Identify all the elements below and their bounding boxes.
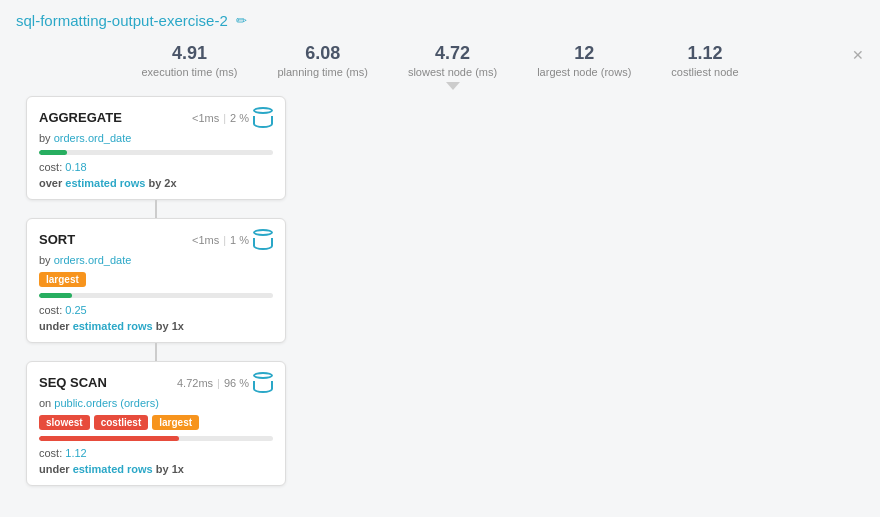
- stat-costliest-node: 1.12 costliest node: [671, 43, 738, 78]
- progress-fill-sort: [39, 293, 72, 298]
- badge-largest-sort: largest: [39, 272, 86, 287]
- db-body: [253, 116, 273, 128]
- db-disk-top-3: [253, 372, 273, 379]
- page-title: sql-formatting-output-exercise-2: [16, 12, 228, 29]
- arrow-indicator: [446, 82, 460, 90]
- node-card-seq-scan: SEQ SCAN 4.72ms | 96 % on public.orders …: [26, 361, 286, 486]
- stat-planning-time: 6.08 planning time (ms): [277, 43, 367, 78]
- stat-execution-time-value: 4.91: [141, 43, 237, 64]
- node-name-sort: SORT: [39, 232, 75, 247]
- progress-fill-seq-scan: [39, 436, 179, 441]
- stat-largest-node-label: largest node (rows): [537, 66, 631, 78]
- stat-costliest-node-label: costliest node: [671, 66, 738, 78]
- stat-planning-time-value: 6.08: [277, 43, 367, 64]
- db-icon-aggregate: [253, 107, 273, 128]
- node-header-sort: SORT <1ms | 1 %: [39, 229, 273, 250]
- nodes-tree: AGGREGATE <1ms | 2 % by orders.ord_date: [16, 96, 296, 486]
- connector-2: [155, 343, 157, 361]
- node-cost-seq-scan: cost: 1.12: [39, 447, 273, 459]
- stat-slowest-node: 4.72 slowest node (ms): [408, 43, 497, 78]
- node-percent-seq-scan: 96 %: [224, 377, 249, 389]
- stat-execution-time: 4.91 execution time (ms): [141, 43, 237, 78]
- progress-bar-aggregate: [39, 150, 273, 155]
- node-percent-aggregate: 2 %: [230, 112, 249, 124]
- node-card-sort: SORT <1ms | 1 % by orders.ord_date: [26, 218, 286, 343]
- node-name-aggregate: AGGREGATE: [39, 110, 122, 125]
- separator-2: |: [223, 234, 226, 246]
- node-time-sort: <1ms: [192, 234, 219, 246]
- stat-costliest-node-value: 1.12: [671, 43, 738, 64]
- db-disk-top: [253, 107, 273, 114]
- main-content: AGGREGATE <1ms | 2 % by orders.ord_date: [16, 96, 864, 486]
- node-by-aggregate: by orders.ord_date: [39, 132, 273, 144]
- node-by-seq-scan: on public.orders (orders): [39, 397, 273, 409]
- connector-1: [155, 200, 157, 218]
- node-card-aggregate: AGGREGATE <1ms | 2 % by orders.ord_date: [26, 96, 286, 200]
- badge-largest-seq: largest: [152, 415, 199, 430]
- estimate-seq-scan: under estimated rows by 1x: [39, 463, 273, 475]
- node-meta-seq-scan: 4.72ms | 96 %: [177, 372, 273, 393]
- node-by-value-seq-scan: public.orders (orders): [54, 397, 159, 409]
- progress-bar-sort: [39, 293, 273, 298]
- db-body-2: [253, 238, 273, 250]
- node-header-aggregate: AGGREGATE <1ms | 2 %: [39, 107, 273, 128]
- db-body-3: [253, 381, 273, 393]
- cost-value-seq-scan: 1.12: [65, 447, 86, 459]
- node-percent-sort: 1 %: [230, 234, 249, 246]
- node-meta-aggregate: <1ms | 2 %: [192, 107, 273, 128]
- node-cost-aggregate: cost: 0.18: [39, 161, 273, 173]
- estimate-sort: under estimated rows by 1x: [39, 320, 273, 332]
- badge-slowest: slowest: [39, 415, 90, 430]
- stats-bar: 4.91 execution time (ms) 6.08 planning t…: [16, 43, 864, 78]
- node-meta-sort: <1ms | 1 %: [192, 229, 273, 250]
- db-icon-seq-scan: [253, 372, 273, 393]
- node-time-aggregate: <1ms: [192, 112, 219, 124]
- progress-bar-seq-scan: [39, 436, 273, 441]
- page-wrapper: sql-formatting-output-exercise-2 ✏ 4.91 …: [0, 0, 880, 517]
- node-cost-sort: cost: 0.25: [39, 304, 273, 316]
- stat-largest-node-value: 12: [537, 43, 631, 64]
- cost-value-aggregate: 0.18: [65, 161, 86, 173]
- separator: |: [223, 112, 226, 124]
- stat-planning-time-label: planning time (ms): [277, 66, 367, 78]
- estimate-aggregate: over estimated rows by 2x: [39, 177, 273, 189]
- close-button[interactable]: ✕: [852, 47, 864, 63]
- stat-largest-node: 12 largest node (rows): [537, 43, 631, 78]
- node-by-sort: by orders.ord_date: [39, 254, 273, 266]
- cost-value-sort: 0.25: [65, 304, 86, 316]
- node-by-value-sort: orders.ord_date: [54, 254, 132, 266]
- badge-costliest: costliest: [94, 415, 149, 430]
- node-header-seq-scan: SEQ SCAN 4.72ms | 96 %: [39, 372, 273, 393]
- badges-sort: largest: [39, 272, 273, 287]
- header: sql-formatting-output-exercise-2 ✏: [16, 12, 864, 29]
- stat-slowest-node-label: slowest node (ms): [408, 66, 497, 78]
- stat-slowest-node-value: 4.72: [408, 43, 497, 64]
- separator-3: |: [217, 377, 220, 389]
- db-icon-sort: [253, 229, 273, 250]
- stat-execution-time-label: execution time (ms): [141, 66, 237, 78]
- edit-icon[interactable]: ✏: [236, 13, 247, 28]
- db-disk-top-2: [253, 229, 273, 236]
- node-time-seq-scan: 4.72ms: [177, 377, 213, 389]
- node-name-seq-scan: SEQ SCAN: [39, 375, 107, 390]
- progress-fill-aggregate: [39, 150, 67, 155]
- badges-seq-scan: slowest costliest largest: [39, 415, 273, 430]
- node-by-value-aggregate: orders.ord_date: [54, 132, 132, 144]
